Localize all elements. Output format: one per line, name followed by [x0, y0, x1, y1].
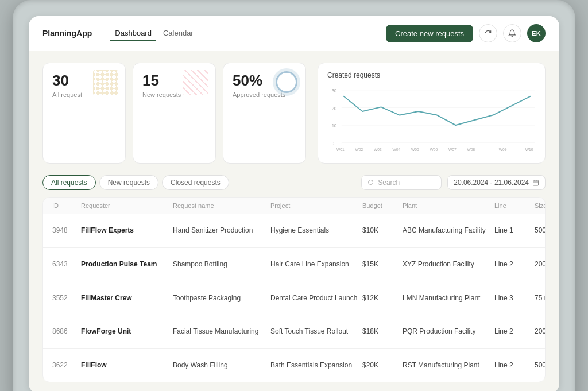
- stat-cards: 30 All request 15 New requests 50% Appro…: [42, 63, 306, 164]
- app-window: PlanningApp Dashboard Calendar Create ne…: [29, 16, 559, 391]
- table-row[interactable]: 3552 FillMaster Crew Toothpaste Packagin…: [43, 281, 545, 315]
- calendar-icon: [532, 179, 539, 186]
- cell-project: Dental Care Product Launch: [270, 293, 362, 303]
- col-size: Size: [535, 202, 546, 209]
- svg-text:10: 10: [332, 123, 337, 129]
- stat-card-all: 30 All request: [42, 63, 126, 164]
- cell-plant: LMN Manufacturing Plant: [403, 293, 494, 303]
- svg-line-19: [373, 184, 374, 185]
- notifications-button[interactable]: [503, 24, 521, 42]
- cell-project: Soft Touch Tissue Rollout: [270, 327, 362, 336]
- cell-line: Line 2: [494, 260, 535, 269]
- table-search-area: Search 20.06.2024 - 21.06.2024: [361, 175, 546, 190]
- col-request-name: Request name: [173, 202, 270, 209]
- cell-project: Bath Essentials Expansion: [270, 361, 362, 370]
- refresh-button[interactable]: [479, 24, 497, 42]
- svg-text:0: 0: [332, 141, 335, 146]
- cell-line: Line 3: [494, 293, 535, 303]
- cell-project: Hygiene Essentials: [270, 226, 362, 235]
- main-content: 30 All request 15 New requests 50% Appro…: [29, 51, 559, 391]
- col-line: Line: [494, 202, 535, 209]
- cell-line: Line 2: [494, 361, 535, 370]
- stat-card-new: 15 New requests: [133, 63, 216, 164]
- cell-request-name: Shampoo Bottling: [173, 260, 270, 269]
- filter-tabs: All requests New requests Closed request…: [42, 175, 229, 190]
- created-requests-chart: 30 20 10 0 W01 W02: [327, 84, 536, 153]
- cell-size: 200 ml x 10000: [535, 327, 546, 336]
- deco-circles: [276, 71, 297, 93]
- svg-text:20: 20: [332, 106, 337, 111]
- date-range-text: 20.06.2024 - 21.06.2024: [454, 179, 529, 187]
- svg-text:W04: W04: [393, 147, 401, 152]
- cell-plant: ABC Manufacturing Facility: [403, 226, 494, 235]
- cell-size: 75 ml x 90000: [535, 293, 546, 303]
- svg-text:W02: W02: [355, 147, 363, 152]
- table-row[interactable]: 3622 FillFlow Body Wash Filling Bath Ess…: [43, 349, 545, 382]
- search-icon: [368, 179, 374, 186]
- deco-waves: [93, 70, 118, 95]
- svg-text:W05: W05: [411, 147, 419, 152]
- cell-size: 200 ml x 30000: [535, 260, 546, 269]
- nav-tab-calendar[interactable]: Calendar: [158, 26, 198, 41]
- cell-id: 3948: [52, 226, 81, 235]
- cell-size: 500 ml x 10000: [535, 361, 546, 370]
- refresh-icon: [484, 29, 492, 37]
- cell-project: Hair Care Line Expansion: [270, 260, 362, 269]
- cell-budget: $20K: [362, 361, 403, 370]
- cell-budget: $18K: [362, 327, 403, 336]
- cell-size: 500 ml x 10000: [535, 226, 546, 235]
- main-nav: Dashboard Calendar: [110, 26, 372, 41]
- col-plant: Plant: [403, 202, 494, 209]
- app-logo: PlanningApp: [42, 29, 92, 38]
- stat-card-approved: 50% Approved requests: [223, 63, 306, 164]
- nav-tab-dashboard[interactable]: Dashboard: [110, 26, 156, 41]
- table-controls: All requests New requests Closed request…: [42, 175, 546, 190]
- svg-text:W08: W08: [467, 147, 475, 152]
- cell-line: Line 1: [494, 226, 535, 235]
- data-table: ID Requester Request name Project Budget…: [42, 197, 546, 382]
- cell-plant: XYZ Production Facility: [403, 260, 494, 269]
- create-request-button[interactable]: Create new requests: [386, 25, 473, 42]
- cell-request-name: Hand Sanitizer Production: [173, 226, 270, 235]
- search-placeholder: Search: [378, 179, 400, 187]
- device-frame: PlanningApp Dashboard Calendar Create ne…: [13, 0, 575, 391]
- svg-point-18: [369, 180, 373, 185]
- cell-plant: RST Manufacturing Plant: [403, 361, 494, 370]
- filter-all[interactable]: All requests: [42, 175, 96, 190]
- filter-closed[interactable]: Closed requests: [162, 175, 229, 190]
- cell-request-name: Toothpaste Packaging: [173, 293, 270, 303]
- table-row[interactable]: 8686 FlowForge Unit Facial Tissue Manufa…: [43, 315, 545, 349]
- svg-text:W09: W09: [499, 147, 507, 152]
- bell-icon: [508, 29, 516, 37]
- search-box[interactable]: Search: [361, 175, 442, 190]
- header-actions: Create new requests EK: [386, 24, 546, 42]
- cell-id: 6343: [52, 260, 81, 269]
- chart-section: Created requests 30 20 10 0: [318, 63, 546, 164]
- svg-text:W01: W01: [336, 147, 345, 152]
- table-row[interactable]: 3948 FillFlow Experts Hand Sanitizer Pro…: [43, 214, 545, 248]
- cell-requester: FillFlow: [81, 361, 173, 370]
- cell-id: 3552: [52, 293, 81, 303]
- cell-requester: FlowForge Unit: [81, 327, 173, 336]
- cell-line: Line 2: [494, 327, 535, 336]
- user-avatar[interactable]: EK: [527, 24, 546, 42]
- cell-requester: Production Pulse Team: [81, 260, 173, 269]
- deco-lines: [183, 70, 208, 95]
- cell-id: 8686: [52, 327, 81, 336]
- table-row[interactable]: 6343 Production Pulse Team Shampoo Bottl…: [43, 248, 545, 282]
- cell-budget: $10K: [362, 226, 403, 235]
- filter-new[interactable]: New requests: [99, 175, 158, 190]
- header: PlanningApp Dashboard Calendar Create ne…: [29, 16, 559, 51]
- top-section: 30 All request 15 New requests 50% Appro…: [42, 63, 546, 164]
- cell-budget: $12K: [362, 293, 403, 303]
- cell-id: 3622: [52, 361, 81, 370]
- table-header: ID Requester Request name Project Budget…: [43, 198, 545, 214]
- date-range-picker[interactable]: 20.06.2024 - 21.06.2024: [447, 175, 546, 190]
- svg-text:W03: W03: [374, 147, 382, 152]
- cell-requester: FillMaster Crew: [81, 293, 173, 303]
- svg-text:W07: W07: [448, 147, 457, 152]
- cell-requester: FillFlow Experts: [81, 226, 173, 235]
- svg-rect-20: [533, 180, 539, 185]
- cell-budget: $15K: [362, 260, 403, 269]
- col-requester: Requester: [81, 202, 173, 209]
